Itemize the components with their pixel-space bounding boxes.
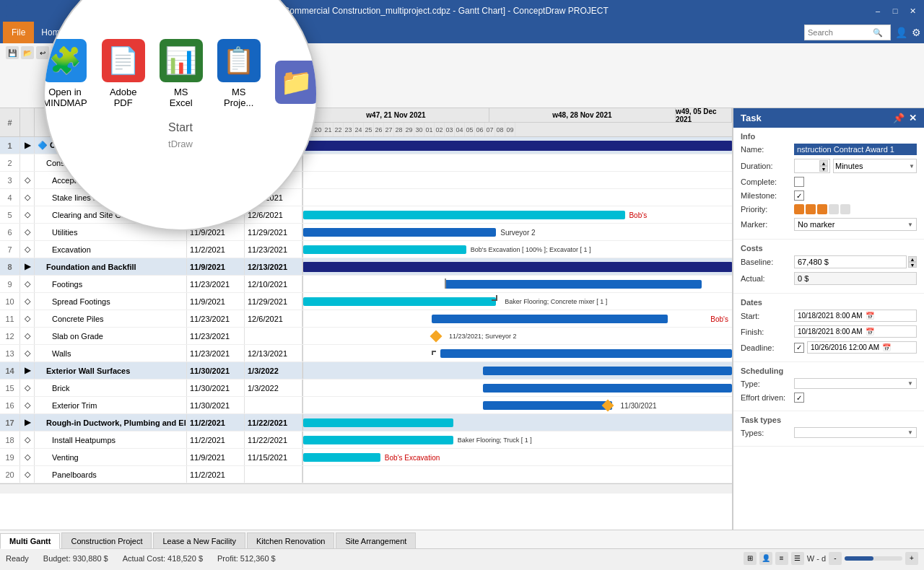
baseline-up[interactable]: ▲ (908, 256, 917, 262)
tab-kitchen-renovation[interactable]: Kitchen Renovation (247, 532, 334, 548)
file-menu[interactable]: File (3, 22, 34, 43)
row-finish (245, 466, 302, 483)
marker-select[interactable]: No marker ▼ (794, 218, 917, 231)
timeline-header: w47, 21 Nov 2021 w48, 28 Nov 2021 w49, 0… (303, 108, 732, 136)
duration-input[interactable]: ▲ ▼ (794, 159, 830, 173)
finish-date-input[interactable]: 10/18/2021 8:00 AM 📅 (794, 325, 917, 338)
pdf-export-button[interactable]: 📄 AdobePDF (102, 39, 145, 108)
search-box[interactable]: 🔍 (804, 25, 891, 40)
row-finish: 12/13/2021 (245, 345, 302, 361)
excel-label: MSExcel (170, 87, 193, 108)
table-row[interactable]: 9 ◇ Footings 11/23/2021 12/10/2021 (0, 276, 732, 293)
complete-checkbox[interactable] (794, 177, 804, 187)
table-row[interactable]: 7 ◇ Excavation 11/2/2021 11/23/2021 Bob'… (0, 241, 732, 258)
baseline-down[interactable]: ▼ (908, 262, 917, 268)
search-icon[interactable]: 🔍 (873, 28, 883, 38)
table-row[interactable]: 6 ◇ Utilities 11/9/2021 11/29/2021 Surve… (0, 224, 732, 241)
table-row[interactable]: 19 ◇ Venting 11/9/2021 11/15/2021 Bob's … (0, 449, 732, 466)
close-button[interactable]: ✕ (907, 5, 918, 17)
marker-value: No marker (798, 220, 834, 229)
deadline-field-row: Deadline: 10/26/2016 12:00 AM 📅 (741, 341, 917, 354)
actual-input: 0 $ (794, 272, 917, 285)
row-icon: ▶ (20, 362, 35, 379)
tab-multi-gantt[interactable]: Multi Gantt (0, 533, 60, 549)
table-row[interactable]: 10 ◇ Spread Footings 11/9/2021 11/29/202… (0, 293, 732, 310)
deadline-date-input[interactable]: 10/26/2016 12:00 AM 📅 (807, 341, 917, 354)
marker-arrow: ▼ (907, 222, 913, 228)
user-icon[interactable]: 👤 (895, 27, 907, 38)
deadline-checkbox[interactable] (794, 343, 804, 353)
col-icon (20, 108, 35, 136)
zoom-slider[interactable] (845, 556, 902, 561)
finish-calendar-icon[interactable]: 📅 (866, 328, 874, 336)
types-select[interactable]: ▼ (794, 427, 917, 438)
save-icon[interactable]: 💾 (6, 46, 19, 59)
duration-up[interactable]: ▲ (819, 160, 828, 166)
close-panel-icon[interactable]: ✕ (909, 113, 917, 123)
table-row[interactable]: 18 ◇ Install Heatpumps 11/2/2021 11/22/2… (0, 431, 732, 449)
tab-lease-facility[interactable]: Lease a New Facility (153, 532, 245, 548)
table-row[interactable]: 11 ◇ Concrete Piles 11/23/2021 12/6/2021… (0, 310, 732, 328)
gantt-bar (483, 367, 732, 375)
tab-site-arrangement[interactable]: Site Arrangement (336, 532, 416, 548)
other-export-button[interactable]: 📁 (275, 61, 318, 108)
day-08: 08 (495, 123, 505, 136)
priority-field-row: Priority: (741, 204, 917, 214)
name-input[interactable]: nstruction Contract Award 1 (794, 144, 917, 155)
row-finish: 11/22/2021 (245, 414, 302, 431)
zoom-out-icon[interactable]: - (829, 552, 842, 565)
finish-date-value: 10/18/2021 8:00 AM (798, 328, 863, 336)
search-input[interactable] (808, 28, 873, 37)
row-finish (245, 328, 302, 344)
effort-driven-label: Effort driven: (741, 393, 791, 402)
view-icon-2[interactable]: 👤 (759, 552, 772, 565)
table-row[interactable]: 12 ◇ Slab on Grade 11/23/2021 11/23/2021… (0, 328, 732, 345)
row-name: Excavation (35, 241, 187, 258)
tab-construction-project[interactable]: Construction Project (61, 532, 152, 548)
baseline-input[interactable]: 67,480 $ (794, 255, 907, 268)
deadline-calendar-icon[interactable]: 📅 (882, 343, 891, 351)
zoom-in-icon[interactable]: + (905, 552, 918, 565)
start-calendar-icon[interactable]: 📅 (866, 312, 874, 320)
maximize-button[interactable]: □ (889, 5, 901, 17)
row-icon (20, 154, 35, 171)
row-num: 15 (0, 380, 20, 396)
table-row[interactable]: 8 ▶ Foundation and Backfill 11/9/2021 12… (0, 258, 732, 276)
pin-icon[interactable]: 📌 (893, 113, 905, 123)
duration-unit-select[interactable]: Minutes ▼ (833, 159, 917, 173)
settings-icon[interactable]: ⚙ (912, 27, 921, 38)
table-row[interactable]: 16 ◇ Exterior Trim 11/30/2021 11/30/2021 (0, 397, 732, 414)
start-date-input[interactable]: 10/18/2021 8:00 AM 📅 (794, 310, 917, 322)
view-icon-1[interactable]: ⊞ (744, 552, 757, 565)
excel-export-button[interactable]: 📊 MSExcel (160, 39, 203, 108)
bar-label: Bob's Excavation (385, 454, 440, 462)
table-row[interactable]: 15 ◇ Brick 11/30/2021 1/3/2022 (0, 380, 732, 397)
table-row[interactable]: 17 ▶ Rough-in Ductwork, Plumbing and Ele… (0, 414, 732, 431)
duration-down[interactable]: ▼ (819, 166, 828, 172)
priority-dot-5[interactable] (840, 204, 850, 214)
table-row[interactable]: 13 ◇ Walls 11/23/2021 12/13/2021 (0, 345, 732, 362)
row-num: 1 (0, 137, 20, 154)
effort-driven-checkbox[interactable] (794, 393, 804, 403)
row-num: 16 (0, 397, 20, 413)
table-row[interactable]: 14 ▶ Exterior Wall Surfaces 11/30/2021 1… (0, 362, 732, 380)
minimize-button[interactable]: – (872, 5, 884, 17)
scheduling-type-select[interactable]: ▼ (794, 378, 917, 389)
milestone-checkbox[interactable] (794, 190, 804, 201)
view-icon-3[interactable]: ≡ (775, 552, 788, 565)
priority-dot-1[interactable] (794, 204, 804, 214)
view-icon-4[interactable]: ☰ (791, 552, 804, 565)
priority-dot-3[interactable] (817, 204, 827, 214)
priority-dot-4[interactable] (829, 204, 839, 214)
horizontal-scrollbar[interactable] (0, 483, 732, 494)
row-start: 11/2/2021 (187, 431, 245, 448)
row-icon: ◇ (20, 241, 35, 258)
table-row[interactable]: 20 ◇ Panelboards 11/2/2021 (0, 466, 732, 483)
row-start: 11/2/2021 (187, 414, 245, 431)
row-num: 13 (0, 345, 20, 361)
msproject-export-button[interactable]: 📋 MSProje... (217, 39, 261, 108)
priority-dot-2[interactable] (806, 204, 816, 214)
undo-icon[interactable]: ↩ (36, 46, 49, 59)
bar-label: Bob's (710, 315, 728, 323)
open-icon[interactable]: 📂 (21, 46, 34, 59)
